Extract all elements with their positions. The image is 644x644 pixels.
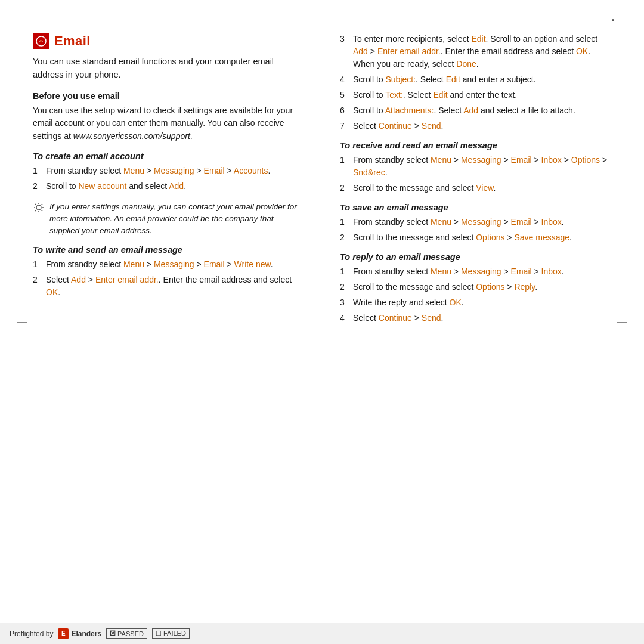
save-step-1: 1 From standby select Menu > Messaging >…	[340, 216, 611, 228]
step-text: Scroll to Text:. Select Edit and enter t…	[353, 89, 517, 101]
svg-point-2	[36, 205, 41, 210]
step-text: Select Continue > Send.	[353, 120, 443, 132]
step-num: 6	[340, 104, 348, 117]
step-5: 5 Scroll to Text:. Select Edit and enter…	[340, 89, 611, 101]
preflight-logo: E Elanders	[58, 628, 101, 639]
save-steps: 1 From standby select Menu > Messaging >…	[340, 216, 611, 244]
step-text: Scroll to New account and select Add.	[46, 180, 186, 193]
email-svg-icon	[35, 35, 47, 47]
write-step-2: 2 Select Add > Enter email addr.. Enter …	[33, 274, 304, 299]
save-section: To save an email message 1 From standby …	[340, 203, 611, 244]
receive-step-1: 1 From standby select Menu > Messaging >…	[340, 154, 611, 179]
step-7: 7 Select Continue > Send.	[340, 120, 611, 132]
reply-heading: To reply to an email message	[340, 252, 611, 262]
step-text: Scroll to the message and select Options…	[353, 281, 537, 293]
corner-mark-tl	[18, 18, 29, 29]
step-num: 4	[340, 312, 348, 324]
step-num: 1	[33, 258, 41, 271]
passed-check-icon: ☒	[110, 630, 116, 637]
step-text: Select Add > Enter email addr.. Enter th…	[46, 274, 304, 299]
step-num: 1	[340, 216, 348, 228]
email-icon	[33, 33, 49, 49]
preflight-pretext: Preflighted by	[10, 630, 53, 638]
email-heading: Email	[33, 33, 304, 49]
left-column: Email You can use standard email functio…	[33, 33, 310, 602]
before-text: You can use the setup wizard to check if…	[33, 104, 304, 143]
step-text: From standby select Menu > Messaging > E…	[353, 154, 611, 179]
step-4: 4 Scroll to Subject:. Select Edit and en…	[340, 73, 611, 86]
step-text: From standby select Menu > Messaging > E…	[46, 165, 270, 177]
step-num: 2	[340, 182, 348, 194]
receive-section: To receive and read an email message 1 F…	[340, 141, 611, 194]
create-heading: To create an email account	[33, 151, 304, 161]
step-num: 2	[340, 281, 348, 293]
step-text: Scroll to the message and select View.	[353, 182, 496, 194]
step-num: 3	[340, 33, 348, 70]
write-steps: 1 From standby select Menu > Messaging >…	[33, 258, 304, 299]
write-step-1: 1 From standby select Menu > Messaging >…	[33, 258, 304, 271]
page-content: Email You can use standard email functio…	[33, 33, 611, 602]
reply-section: To reply to an email message 1 From stan…	[340, 252, 611, 324]
step-num: 2	[33, 180, 41, 193]
create-step-2: 2 Scroll to New account and select Add.	[33, 180, 304, 193]
receive-step-2: 2 Scroll to the message and select View.	[340, 182, 611, 194]
intro-text: You can use standard email functions and…	[33, 55, 304, 82]
side-mark-right	[617, 322, 627, 323]
before-heading: Before you use email	[33, 91, 304, 101]
step-num: 4	[340, 73, 348, 86]
step-text: Write the reply and select OK.	[353, 296, 464, 309]
svg-line-9	[42, 204, 43, 205]
svg-point-1	[40, 40, 42, 42]
step-text: Scroll to the message and select Options…	[353, 231, 572, 244]
reply-step-3: 3 Write the reply and select OK.	[340, 296, 611, 309]
step-3: 3 To enter more recipients, select Edit.…	[340, 33, 611, 70]
svg-line-8	[42, 210, 43, 211]
failed-label: FAILED	[163, 630, 186, 637]
step-text: Scroll to Subject:. Select Edit and ente…	[353, 73, 536, 86]
preflight-bar: Preflighted by E Elanders ☒ PASSED ☐ FAI…	[0, 623, 644, 644]
step-num: 1	[340, 154, 348, 179]
receive-heading: To receive and read an email message	[340, 141, 611, 150]
corner-mark-br	[615, 597, 626, 608]
tip-svg-icon	[33, 202, 45, 213]
page-title: Email	[54, 33, 91, 49]
step-text: Scroll to Attachments:. Select Add and s…	[353, 104, 575, 117]
step-text: From standby select Menu > Messaging > E…	[353, 265, 564, 278]
create-steps: 1 From standby select Menu > Messaging >…	[33, 165, 304, 193]
step-text: To enter more recipients, select Edit. S…	[353, 33, 611, 70]
tip-block: If you enter settings manually, you can …	[33, 201, 304, 237]
step-num: 2	[340, 231, 348, 244]
svg-line-10	[35, 210, 36, 211]
receive-steps: 1 From standby select Menu > Messaging >…	[340, 154, 611, 194]
step-text: Select Continue > Send.	[353, 312, 443, 324]
reply-step-4: 4 Select Continue > Send.	[340, 312, 611, 324]
reply-step-2: 2 Scroll to the message and select Optio…	[340, 281, 611, 293]
corner-mark-bl	[18, 597, 29, 608]
reply-steps: 1 From standby select Menu > Messaging >…	[340, 265, 611, 324]
save-heading: To save an email message	[340, 203, 611, 212]
step-text: From standby select Menu > Messaging > E…	[353, 216, 564, 228]
reply-step-1: 1 From standby select Menu > Messaging >…	[340, 265, 611, 278]
side-mark-left	[17, 322, 27, 323]
failed-box: ☐ FAILED	[152, 628, 190, 639]
corner-mark-tr	[615, 18, 626, 29]
svg-line-7	[35, 204, 36, 205]
registration-dot	[612, 19, 614, 21]
step-6: 6 Scroll to Attachments:. Select Add and…	[340, 104, 611, 117]
step-num: 3	[340, 296, 348, 309]
step-text: From standby select Menu > Messaging > E…	[46, 258, 273, 271]
step-num: 1	[340, 265, 348, 278]
before-section: Before you use email You can use the set…	[33, 91, 304, 143]
write-section: To write and send an email message 1 Fro…	[33, 245, 304, 299]
step-num: 7	[340, 120, 348, 132]
passed-label: PASSED	[117, 630, 144, 637]
right-column: 3 To enter more recipients, select Edit.…	[334, 33, 611, 602]
write-heading: To write and send an email message	[33, 245, 304, 255]
tip-icon	[33, 202, 45, 237]
step-num: 5	[340, 89, 348, 101]
elanders-logo-icon: E	[58, 628, 69, 639]
save-step-2: 2 Scroll to the message and select Optio…	[340, 231, 611, 244]
step-num: 2	[33, 274, 41, 299]
elanders-brand: Elanders	[71, 630, 101, 638]
continued-steps: 3 To enter more recipients, select Edit.…	[340, 33, 611, 132]
